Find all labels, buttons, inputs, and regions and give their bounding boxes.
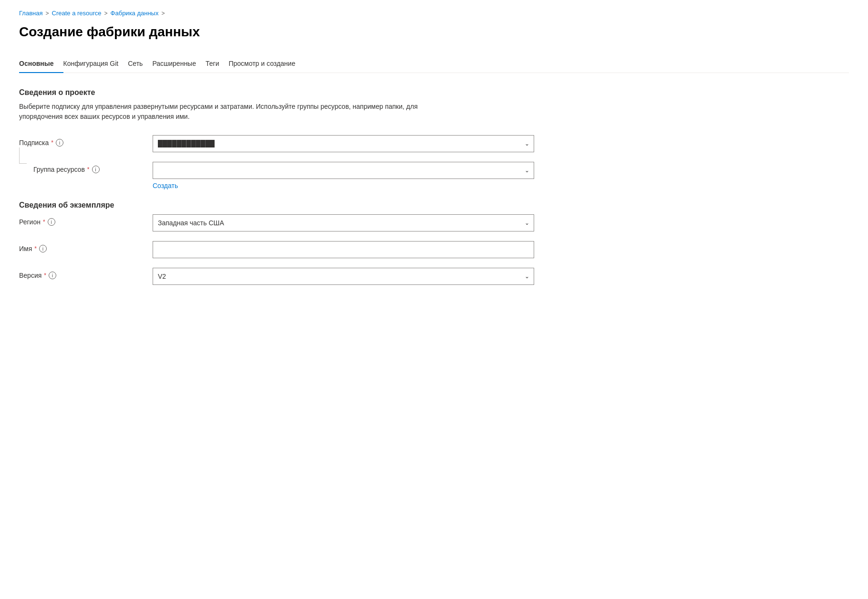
version-select-wrapper: V2 V1 ⌄ [153,268,534,285]
resource-group-select-wrapper: ⌄ [153,162,534,179]
resource-group-control: ⌄ Создать [153,162,591,189]
subscription-control: ████████████ ⌄ [153,135,591,152]
tab-advanced[interactable]: Расширенные [152,55,206,73]
region-select[interactable]: Западная часть США Восточная часть США З… [153,214,534,231]
subscription-label: Подписка [19,139,49,147]
breadcrumb-sep-2: > [104,10,108,17]
project-section: Сведения о проекте Выберите подписку для… [19,88,849,122]
region-select-wrapper: Западная часть США Восточная часть США З… [153,214,534,231]
resource-group-label-col: Группа ресурсов * i [19,162,153,173]
resource-group-label: Группа ресурсов [33,166,85,173]
breadcrumb-sep-3: > [161,10,165,17]
tab-review-create[interactable]: Просмотр и создание [228,55,305,73]
region-info-icon[interactable]: i [48,218,55,226]
breadcrumb-data-factory[interactable]: Фабрика данных [111,10,159,17]
name-input[interactable] [153,241,534,258]
version-label: Версия [19,272,41,279]
instance-section-title: Сведения об экземпляре [19,201,849,210]
name-row: Имя * i [19,241,591,258]
instance-section: Сведения об экземпляре [19,201,849,210]
version-select[interactable]: V2 V1 [153,268,534,285]
name-label-col: Имя * i [19,241,153,252]
page-title: Создание фабрики данных [19,24,849,40]
version-label-col: Версия * i [19,268,153,279]
subscription-info-icon[interactable]: i [56,139,63,147]
tab-network[interactable]: Сеть [128,55,152,73]
version-required: * [44,272,46,279]
tabs-container: Основные Конфигурация Git Сеть Расширенн… [19,55,849,73]
project-section-description: Выберите подписку для управления разверн… [19,102,448,122]
indent-line [19,147,27,164]
breadcrumb: Главная > Create a resource > Фабрика да… [19,10,849,17]
breadcrumb-home[interactable]: Главная [19,10,42,17]
resource-group-create-link[interactable]: Создать [153,182,591,189]
region-label-col: Регион * i [19,214,153,226]
region-required: * [43,219,45,225]
subscription-select[interactable]: ████████████ [153,135,534,152]
subscription-required: * [51,139,53,146]
resource-group-info-icon[interactable]: i [92,166,100,173]
region-label: Регион [19,218,41,226]
name-info-icon[interactable]: i [39,245,47,252]
name-label: Имя [19,245,32,252]
tab-tags[interactable]: Теги [206,55,228,73]
subscription-label-col: Подписка * i [19,135,153,147]
resource-group-select[interactable] [153,162,534,179]
breadcrumb-sep-1: > [45,10,49,17]
tab-basics[interactable]: Основные [19,55,63,73]
version-row: Версия * i V2 V1 ⌄ [19,268,591,285]
breadcrumb-create-resource[interactable]: Create a resource [52,10,102,17]
subscription-row: Подписка * i ████████████ ⌄ [19,135,591,152]
version-info-icon[interactable]: i [49,272,56,279]
name-required: * [34,245,37,252]
resource-group-required: * [87,166,90,173]
version-control: V2 V1 ⌄ [153,268,591,285]
project-section-title: Сведения о проекте [19,88,849,97]
name-control [153,241,591,258]
tab-git-config[interactable]: Конфигурация Git [63,55,128,73]
resource-group-row: Группа ресурсов * i ⌄ Создать [19,162,591,189]
subscription-select-wrapper: ████████████ ⌄ [153,135,534,152]
region-row: Регион * i Западная часть США Восточная … [19,214,591,231]
region-control: Западная часть США Восточная часть США З… [153,214,591,231]
